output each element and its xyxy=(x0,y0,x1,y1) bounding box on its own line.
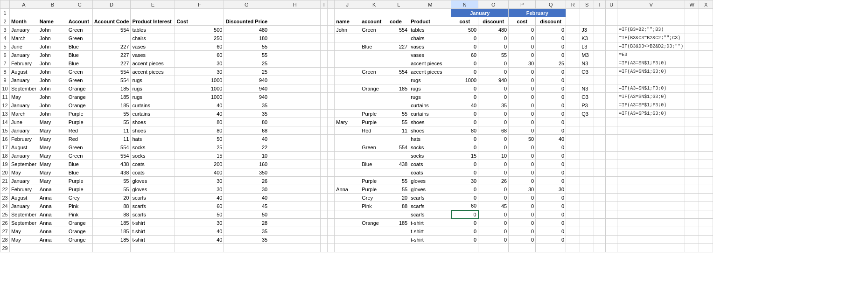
c-W21[interactable] xyxy=(685,177,699,185)
cell-D2-account-code[interactable]: Account Code xyxy=(92,17,131,26)
c-I3[interactable] xyxy=(321,26,328,34)
c-G20[interactable]: 350 xyxy=(224,168,269,177)
c-W14[interactable] xyxy=(685,118,699,126)
c-B26[interactable]: Anna xyxy=(38,219,67,227)
c-P16[interactable]: 50 xyxy=(509,135,536,143)
c-M13[interactable]: curtains xyxy=(409,110,451,118)
cell-I2b[interactable] xyxy=(328,17,335,26)
c-E25[interactable]: scarfs xyxy=(131,210,175,219)
c-I26b[interactable] xyxy=(328,219,335,227)
c-L21[interactable]: 55 xyxy=(388,177,409,185)
c-C7[interactable]: Blue xyxy=(67,59,92,68)
c-C24[interactable]: Pink xyxy=(67,202,92,210)
c-A23[interactable]: August xyxy=(10,194,38,202)
c-A3[interactable]: January xyxy=(10,26,38,34)
cell-F1[interactable] xyxy=(175,9,224,17)
c-F18[interactable]: 15 xyxy=(175,152,224,160)
c-P22[interactable]: 30 xyxy=(509,185,536,194)
c-S18[interactable] xyxy=(580,152,594,160)
c-G11[interactable]: 940 xyxy=(224,93,269,101)
cell-H2[interactable] xyxy=(269,17,321,26)
c-M24[interactable]: scarfs xyxy=(409,202,451,210)
c-I12b[interactable] xyxy=(328,101,335,110)
cell-V2[interactable] xyxy=(617,17,685,26)
c-S26[interactable] xyxy=(580,219,594,227)
c-H24[interactable] xyxy=(269,202,321,210)
c-G21[interactable]: 26 xyxy=(224,177,269,185)
c-R4[interactable] xyxy=(566,34,580,42)
c-J11[interactable] xyxy=(335,93,360,101)
cell-P1-february[interactable]: February xyxy=(509,9,566,17)
c-B12[interactable]: John xyxy=(38,101,67,110)
c-U8[interactable] xyxy=(606,68,617,76)
cell-R1[interactable] xyxy=(566,9,580,17)
c-E23[interactable]: scarfs xyxy=(131,194,175,202)
c-D13[interactable]: 55 xyxy=(92,110,131,118)
c-U18[interactable] xyxy=(606,152,617,160)
c-W24[interactable] xyxy=(685,202,699,210)
c-G4[interactable]: 180 xyxy=(224,34,269,42)
c-P7[interactable]: 30 xyxy=(509,59,536,68)
c-A6[interactable]: January xyxy=(10,51,38,59)
c-N10[interactable]: 0 xyxy=(451,84,478,93)
c-F19[interactable]: 200 xyxy=(175,160,224,168)
c-L8[interactable]: 554 xyxy=(388,68,409,76)
c-N7[interactable]: 0 xyxy=(451,59,478,68)
c-Q21[interactable]: 0 xyxy=(536,177,566,185)
c-P29[interactable] xyxy=(509,244,536,252)
c-V11[interactable]: =IF(A3=$N$1;G3;0) xyxy=(617,93,685,101)
c-U14[interactable] xyxy=(606,118,617,126)
c-S22[interactable] xyxy=(580,185,594,194)
c-T7[interactable] xyxy=(594,59,606,68)
c-B13[interactable]: John xyxy=(38,110,67,118)
cell-E1[interactable] xyxy=(131,9,175,17)
c-F14[interactable]: 80 xyxy=(175,118,224,126)
c-M29[interactable] xyxy=(409,244,451,252)
c-S6[interactable]: M3 xyxy=(580,51,594,59)
c-S20[interactable] xyxy=(580,168,594,177)
c-I21[interactable] xyxy=(321,177,328,185)
cell-H1[interactable] xyxy=(269,9,321,17)
c-V8[interactable]: =IF(A3=$N$1;G3;0) xyxy=(617,68,685,76)
c-P26[interactable]: 0 xyxy=(509,219,536,227)
c-M3[interactable]: tables xyxy=(409,26,451,34)
c-D9[interactable]: 554 xyxy=(92,76,131,84)
c-J16[interactable] xyxy=(335,135,360,143)
c-J28[interactable] xyxy=(335,236,360,244)
c-T27[interactable] xyxy=(594,227,606,236)
c-I3b[interactable] xyxy=(328,26,335,34)
c-K22[interactable]: Purple xyxy=(360,185,388,194)
c-P20[interactable]: 0 xyxy=(509,168,536,177)
c-I27[interactable] xyxy=(321,227,328,236)
c-S24[interactable] xyxy=(580,202,594,210)
c-L28[interactable] xyxy=(388,236,409,244)
c-P11[interactable]: 0 xyxy=(509,93,536,101)
c-F21[interactable]: 30 xyxy=(175,177,224,185)
c-J17[interactable] xyxy=(335,143,360,152)
c-M14[interactable]: shoes xyxy=(409,118,451,126)
c-M11[interactable]: rugs xyxy=(409,93,451,101)
c-C29[interactable] xyxy=(67,244,92,252)
c-W3[interactable] xyxy=(685,26,699,34)
cell-T1[interactable] xyxy=(594,9,606,17)
c-I10b[interactable] xyxy=(328,84,335,93)
c-G26[interactable]: 28 xyxy=(224,219,269,227)
c-R3[interactable] xyxy=(566,26,580,34)
c-S5[interactable]: L3 xyxy=(580,42,594,51)
c-H25[interactable] xyxy=(269,210,321,219)
c-Q17[interactable]: 0 xyxy=(536,143,566,152)
c-Q8[interactable]: 0 xyxy=(536,68,566,76)
c-W20[interactable] xyxy=(685,168,699,177)
c-I20[interactable] xyxy=(321,168,328,177)
c-O15[interactable]: 68 xyxy=(478,126,509,135)
c-I11b[interactable] xyxy=(328,93,335,101)
c-K19[interactable]: Blue xyxy=(360,160,388,168)
c-Q6[interactable]: 0 xyxy=(536,51,566,59)
c-V7[interactable]: =IF(A3=$N$1;F3;0) xyxy=(617,59,685,68)
c-R11[interactable] xyxy=(566,93,580,101)
c-I24[interactable] xyxy=(321,202,328,210)
col-F[interactable]: F xyxy=(175,0,224,9)
c-K9[interactable] xyxy=(360,76,388,84)
c-F24[interactable]: 60 xyxy=(175,202,224,210)
c-S7[interactable]: N3 xyxy=(580,59,594,68)
